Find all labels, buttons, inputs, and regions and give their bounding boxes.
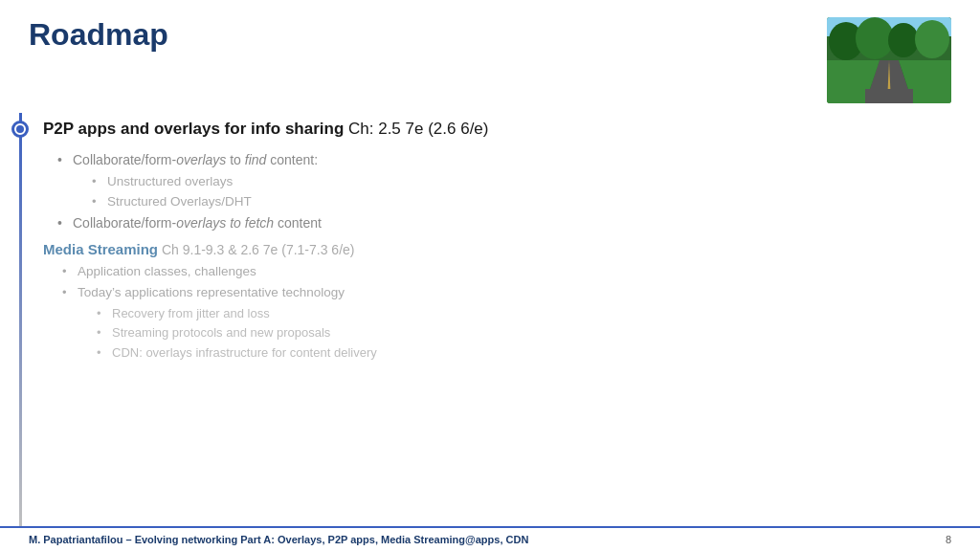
l3-list: Recovery from jitter and loss Streaming … [97, 304, 951, 363]
cdn-text: CDN: overlays infrastructure for content… [112, 345, 377, 360]
list-item-collaborate-fetch: Collaborate/form-overlays to fetch conte… [57, 213, 951, 233]
list-item-recovery: Recovery from jitter and loss [97, 304, 951, 323]
road-svg [827, 17, 951, 103]
media-heading-rest: Ch 9.1-9.3 & 2.6 7e (7.1-7.3 6/e) [158, 242, 354, 257]
slide-footer: M. Papatriantafilou – Evolving networkin… [0, 526, 980, 551]
svg-point-3 [856, 17, 894, 59]
footer-text: M. Papatriantafilou – Evolving networkin… [29, 534, 528, 545]
app-classes-text: Application classes, challenges [78, 264, 256, 278]
footer-page: 8 [946, 534, 951, 545]
slide-title: Roadmap [29, 17, 168, 53]
svg-point-4 [888, 23, 919, 57]
header-image [827, 17, 951, 103]
todays-apps-text: Today’s applications representative tech… [78, 285, 345, 299]
slide-header: Roadmap [0, 0, 980, 113]
l1-list: Collaborate/form-overlays to find conten… [57, 150, 951, 234]
main-content: P2P apps and overlays for info sharing C… [29, 113, 980, 526]
content-area: P2P apps and overlays for info sharing C… [0, 113, 980, 526]
media-heading: Media Streaming [43, 241, 158, 257]
structured-text: Structured Overlays/DHT [107, 194, 252, 209]
bullet-circle [11, 121, 29, 138]
streaming-protocols-text: Streaming protocols and new proposals [112, 325, 330, 340]
media-section-heading-wrap: Media Streaming Ch 9.1-9.3 & 2.6 7e (7.1… [43, 241, 951, 258]
list-item-structured: Structured Overlays/DHT [92, 192, 951, 211]
unstructured-text: Unstructured overlays [107, 174, 233, 188]
l2-list-find: Unstructured overlays Structured Overlay… [92, 172, 951, 212]
heading-normal: Ch: 2.5 7e (2.6 6/e) [344, 120, 488, 138]
svg-point-5 [915, 20, 949, 58]
svg-rect-10 [865, 89, 913, 103]
left-line-container [0, 113, 29, 526]
recovery-text: Recovery from jitter and loss [112, 306, 270, 320]
list-item-unstructured: Unstructured overlays [92, 172, 951, 191]
list-item-cdn: CDN: overlays infrastructure for content… [97, 343, 951, 363]
vertical-line [19, 113, 22, 526]
slide: Roadmap [0, 0, 980, 551]
main-heading: P2P apps and overlays for info sharing C… [43, 118, 951, 141]
bullet-circle-inner [16, 125, 24, 133]
list-item-app-classes: Application classes, challenges [62, 262, 951, 281]
heading-bold: P2P apps and overlays for info sharing [43, 120, 344, 138]
media-l2-list: Application classes, challenges Today’s … [62, 262, 951, 362]
list-item-collaborate-find: Collaborate/form-overlays to find conten… [57, 150, 951, 212]
list-item-streaming-protocols: Streaming protocols and new proposals [97, 323, 951, 342]
list-item-todays-apps: Today’s applications representative tech… [62, 283, 951, 363]
